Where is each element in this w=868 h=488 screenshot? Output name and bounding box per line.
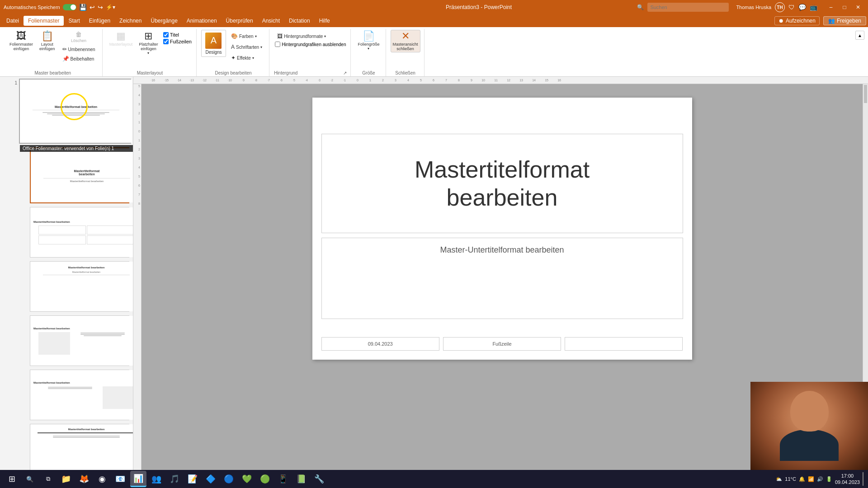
titel-checkbox[interactable] bbox=[163, 32, 169, 38]
redo-icon[interactable]: ↪ bbox=[98, 4, 103, 11]
hintergrund-expand[interactable]: ↗ bbox=[343, 70, 347, 75]
taskbar-right: ⛅ 11°C 🔔 📶 🔊 🔋 17:00 09.04.2023 bbox=[776, 472, 864, 486]
folienmaster-einfuegen-button[interactable]: 🖼 Folienmastereinfügen bbox=[7, 30, 35, 52]
menu-ansicht[interactable]: Ansicht bbox=[258, 16, 284, 26]
ribbon-collapse-button[interactable]: ▲ bbox=[855, 31, 864, 40]
powerpoint-button[interactable]: 📊 bbox=[130, 471, 146, 487]
help-icon[interactable]: 🛡 bbox=[788, 4, 795, 11]
hintergrundgrafiken-checkbox[interactable] bbox=[275, 42, 280, 47]
app12-button[interactable]: 🟢 bbox=[257, 471, 273, 487]
slide-thumb-6[interactable]: Mastertitelformat bearbeiten bbox=[30, 370, 129, 420]
menu-uebergaenge[interactable]: Übergänge bbox=[146, 16, 182, 26]
menu-ueberprufen[interactable]: Überprüfen bbox=[222, 16, 258, 26]
show-desktop-button[interactable] bbox=[863, 472, 864, 486]
quick-access-icon[interactable]: ⚡▾ bbox=[106, 4, 115, 10]
slide-footer-box[interactable]: Fußzeile bbox=[443, 337, 561, 351]
person-silhouette bbox=[780, 391, 839, 461]
present-icon[interactable]: 📺 bbox=[810, 4, 817, 11]
effekte-button[interactable]: ✦ Effekte ▾ bbox=[228, 53, 265, 62]
app7-button[interactable]: 🎵 bbox=[166, 471, 183, 487]
chrome-button[interactable]: ◉ bbox=[94, 471, 110, 487]
fusszeilen-checkbox-label[interactable]: Fußzeilen bbox=[162, 38, 193, 45]
app15-button[interactable]: 🔧 bbox=[311, 471, 327, 487]
platzhalter-einfuegen-button[interactable]: ⊞ Platzhaltereinfügen ▾ bbox=[137, 30, 160, 56]
loeschen-button[interactable]: 🗑 Löschen bbox=[59, 30, 99, 44]
save-icon[interactable]: 💾 bbox=[79, 4, 87, 11]
schriftarten-icon: A bbox=[231, 44, 235, 50]
menu-start[interactable]: Start bbox=[64, 16, 84, 26]
time-display[interactable]: 17:00 09.04.2023 bbox=[835, 473, 860, 486]
masterlayout-button: ▦ Masterlayout bbox=[107, 30, 135, 48]
app13-button[interactable]: 📱 bbox=[275, 471, 291, 487]
search-input[interactable] bbox=[647, 3, 729, 12]
close-button[interactable]: ✕ bbox=[852, 1, 864, 14]
slide-thumb-7[interactable]: Mastertitelformat bearbeiten bbox=[30, 424, 129, 474]
app10-button[interactable]: 🔵 bbox=[221, 471, 237, 487]
search-taskbar-button[interactable]: 🔍 bbox=[22, 471, 38, 487]
comment-icon[interactable]: 💬 bbox=[798, 4, 806, 11]
slide-thumb-3[interactable]: Mastertitelformat bearbeiten bbox=[30, 207, 129, 258]
share-button[interactable]: 👥 Freigeben bbox=[823, 16, 866, 25]
title-left: Automatisches Speichern 💾 ↩ ↪ ⚡▾ bbox=[4, 4, 321, 11]
hintergrundgrafiken-checkbox-label[interactable]: Hintergrundgrafiken ausblenden bbox=[274, 41, 347, 47]
sound-icon[interactable]: 🔊 bbox=[817, 476, 823, 482]
autosave-toggle[interactable] bbox=[63, 4, 76, 10]
menu-animationen[interactable]: Animationen bbox=[182, 16, 222, 26]
record-button[interactable]: ⏺ Aufzeichnen bbox=[774, 16, 820, 25]
slide-thumb-5[interactable]: Mastertitelformat bearbeiten bbox=[30, 315, 129, 366]
layout-einfuegen-button[interactable]: 📋 Layouteinfügen bbox=[37, 30, 57, 52]
time-label: 17:00 bbox=[835, 473, 860, 479]
fusszeilen-checkbox[interactable] bbox=[163, 39, 169, 44]
menu-folienmaster[interactable]: Folienmaster bbox=[24, 16, 64, 26]
minimize-button[interactable]: – bbox=[825, 1, 837, 14]
slide-subtitle-box[interactable]: Master-Untertitelformat bearbeiten bbox=[321, 238, 683, 319]
umbenennen-button[interactable]: ✏ Umbenennen bbox=[59, 45, 99, 54]
outlook-button[interactable]: 📧 bbox=[112, 471, 128, 487]
ribbon-group-masterlayout: ▦ Masterlayout ⊞ Platzhaltereinfügen ▾ T… bbox=[104, 29, 197, 76]
maximize-button[interactable]: □ bbox=[838, 1, 851, 14]
effekte-icon: ✦ bbox=[231, 55, 236, 61]
user-avatar[interactable]: TH bbox=[775, 2, 785, 12]
menu-zeichnen[interactable]: Zeichnen bbox=[115, 16, 146, 26]
taskview-button[interactable]: ⧉ bbox=[40, 471, 56, 487]
slide-thumb-1[interactable]: Mastertitelformat bearbeiten Office Foli… bbox=[19, 79, 131, 144]
window-controls: – □ ✕ bbox=[825, 1, 864, 14]
menu-dictation[interactable]: Dictation bbox=[284, 16, 315, 26]
explorer-button[interactable]: 📁 bbox=[58, 471, 74, 487]
app9-button[interactable]: 🔷 bbox=[203, 471, 219, 487]
notification-icon[interactable]: 🔔 bbox=[799, 476, 805, 482]
scrollbar-thumb[interactable] bbox=[864, 85, 867, 103]
menu-datei[interactable]: Datei bbox=[2, 16, 24, 26]
slide-date-box[interactable]: 09.04.2023 bbox=[321, 337, 439, 351]
slide-thumb-4-content: Mastertitelformat bearbeiten Mastertitel… bbox=[30, 262, 133, 311]
beibehalten-button[interactable]: 📌 Beibehalten bbox=[59, 54, 99, 63]
designs-button[interactable]: A Designs bbox=[201, 30, 226, 57]
vertical-ruler: 5 4 3 2 1 0 1 2 3 4 5 6 7 8 bbox=[133, 84, 142, 476]
menu-einfuegen[interactable]: Einfügen bbox=[85, 16, 115, 26]
firefox-button[interactable]: 🦊 bbox=[76, 471, 92, 487]
slide-title-box[interactable]: Mastertitelformatbearbeiten bbox=[321, 134, 683, 233]
app8-button[interactable]: 📝 bbox=[184, 471, 201, 487]
battery-icon: 🔋 bbox=[826, 476, 832, 482]
slide-thumb-2[interactable]: Mastertitelformatbearbeiten Mastertitelf… bbox=[30, 147, 129, 203]
teams-button[interactable]: 👥 bbox=[148, 471, 165, 487]
autosave-label: Automatisches Speichern bbox=[4, 5, 60, 10]
start-button[interactable]: ⊞ bbox=[4, 471, 20, 487]
farben-button[interactable]: 🎨 Farben ▾ bbox=[228, 32, 265, 41]
slide-canvas[interactable]: Mastertitelformatbearbeiten Master-Unter… bbox=[312, 98, 692, 360]
slide-thumb-3-content: Mastertitelformat bearbeiten bbox=[30, 207, 133, 257]
foliengroesse-button[interactable]: 📄 Foliengröße ▾ bbox=[355, 30, 382, 52]
menu-hilfe[interactable]: Hilfe bbox=[315, 16, 335, 26]
masteransicht-schliessen-icon: ✕ bbox=[401, 31, 410, 41]
titel-checkbox-label[interactable]: Titel bbox=[162, 32, 193, 38]
slide-thumb-4[interactable]: Mastertitelformat bearbeiten Mastertitel… bbox=[30, 261, 129, 312]
slide-pagenum-box[interactable] bbox=[565, 337, 683, 351]
ribbon-content: 🖼 Folienmastereinfügen 📋 Layouteinfügen … bbox=[0, 27, 868, 76]
network-icon[interactable]: 📶 bbox=[808, 476, 814, 482]
hintergrundformate-button[interactable]: 🖼 Hintergrundformate ▾ bbox=[274, 32, 347, 41]
schriftarten-button[interactable]: A Schriftarten ▾ bbox=[228, 42, 265, 52]
undo-icon[interactable]: ↩ bbox=[90, 4, 95, 11]
app11-button[interactable]: 💚 bbox=[239, 471, 255, 487]
excel-button[interactable]: 📗 bbox=[293, 471, 309, 487]
masteransicht-schliessen-button[interactable]: ✕ Masteransichtschließen bbox=[391, 30, 420, 52]
